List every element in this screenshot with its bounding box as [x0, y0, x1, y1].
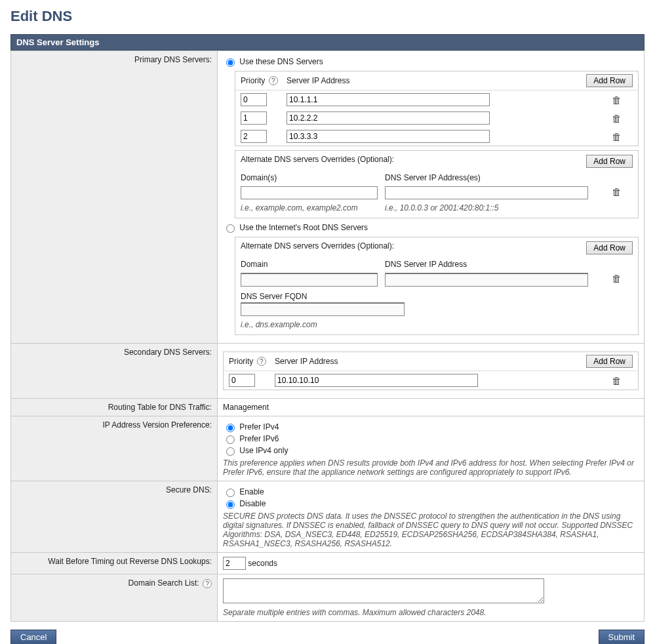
- ipver-note: This preference applies when DNS results…: [223, 458, 639, 477]
- panel-header: DNS Server Settings: [10, 34, 645, 50]
- radio-disable-secdns[interactable]: [226, 500, 235, 509]
- help-icon[interactable]: ?: [257, 357, 266, 366]
- alt1-col-ip-label: DNS Server IP Address(es): [385, 173, 600, 182]
- radio-prefer-ipv6[interactable]: [226, 435, 235, 444]
- alt2-overrides-title: Alternate DNS servers Overrides (Optiona…: [241, 241, 580, 254]
- alt2-fqdn-input[interactable]: [241, 302, 405, 316]
- radio-prefer-ipv4[interactable]: [226, 424, 235, 432]
- radio-use-these-dns[interactable]: [226, 58, 235, 67]
- delete-icon[interactable]: 🗑: [612, 375, 622, 386]
- label-secondary-dns: Secondary DNS Servers:: [11, 344, 218, 399]
- radio-use-ipv4-only-label: Use IPv4 only: [239, 446, 288, 455]
- priority-input[interactable]: [241, 93, 267, 106]
- priority-input[interactable]: [241, 111, 267, 125]
- primary-dns-row: 🗑: [235, 109, 638, 127]
- alt2-col-ip-label: DNS Server IP Address: [385, 260, 600, 269]
- alt1-hint-domain: i.e., example.com, example2.com: [241, 203, 385, 212]
- th-server-ip: Server IP Address: [275, 357, 580, 366]
- timeout-input[interactable]: [223, 557, 246, 570]
- alt1-col-domain-label: Domain(s): [241, 173, 385, 182]
- label-primary-dns: Primary DNS Servers:: [11, 51, 218, 344]
- delete-icon[interactable]: 🗑: [612, 113, 622, 124]
- label-search-list: Domain Search List: ?: [11, 574, 218, 622]
- alt2-hint-fqdn: i.e., dns.example.com: [241, 320, 385, 329]
- add-row-alt1-button[interactable]: Add Row: [586, 155, 633, 168]
- server-ip-input[interactable]: [287, 93, 490, 106]
- radio-enable-secdns-label: Enable: [239, 487, 264, 496]
- add-row-alt2-button[interactable]: Add Row: [586, 241, 633, 254]
- radio-use-these-dns-label: Use these DNS Servers: [239, 57, 323, 66]
- alt2-col-fqdn-label: DNS Server FQDN: [241, 292, 633, 301]
- th-server-ip: Server IP Address: [287, 76, 580, 85]
- priority-input[interactable]: [229, 374, 255, 387]
- secondary-dns-list: Priority ? Server IP Address Add Row 🗑: [223, 352, 639, 390]
- alt-dns-box-1: Alternate DNS servers Overrides (Optiona…: [235, 150, 639, 218]
- delete-icon[interactable]: 🗑: [612, 186, 622, 197]
- alt1-domain-input[interactable]: [241, 186, 378, 199]
- radio-prefer-ipv6-label: Prefer IPv6: [239, 434, 279, 443]
- primary-dns-row: 🗑: [235, 127, 638, 146]
- alt2-ip-input[interactable]: [385, 273, 588, 287]
- secondary-dns-row: 🗑: [224, 371, 638, 390]
- server-ip-input[interactable]: [275, 374, 478, 387]
- label-ipver: IP Address Version Preference:: [11, 416, 218, 481]
- search-list-note: Separate multiple entries with commas. M…: [223, 608, 639, 617]
- alt-overrides-title: Alternate DNS servers Overrides (Optiona…: [241, 155, 580, 168]
- settings-table: Primary DNS Servers: Use these DNS Serve…: [10, 50, 645, 622]
- th-priority: Priority: [241, 76, 265, 85]
- radio-enable-secdns[interactable]: [226, 489, 235, 497]
- alt2-domain-input[interactable]: [241, 273, 378, 287]
- primary-dns-list: Priority ? Server IP Address Add Row 🗑 🗑: [235, 71, 639, 146]
- domain-search-textarea[interactable]: [223, 578, 544, 603]
- th-priority: Priority: [229, 357, 253, 366]
- radio-disable-secdns-label: Disable: [239, 499, 266, 508]
- secdns-note: SECURE DNS protects DNS data. It uses th…: [223, 512, 639, 548]
- routing-table-value: Management: [218, 399, 645, 416]
- alt1-hint-ip: i.e., 10.0.0.3 or 2001:420:80:1::5: [385, 203, 633, 212]
- delete-icon[interactable]: 🗑: [612, 94, 622, 106]
- radio-use-root-dns-label: Use the Internet's Root DNS Servers: [239, 223, 368, 232]
- alt-dns-box-2: Alternate DNS servers Overrides (Optiona…: [235, 237, 639, 335]
- priority-input[interactable]: [241, 130, 267, 143]
- delete-icon[interactable]: 🗑: [612, 131, 622, 142]
- add-row-secondary-button[interactable]: Add Row: [586, 355, 633, 368]
- cancel-button[interactable]: Cancel: [10, 630, 56, 644]
- delete-icon[interactable]: 🗑: [612, 273, 622, 284]
- primary-dns-row: 🗑: [235, 91, 638, 109]
- radio-use-ipv4-only[interactable]: [226, 447, 235, 456]
- page-title: Edit DNS: [10, 8, 645, 25]
- radio-use-root-dns[interactable]: [226, 224, 235, 233]
- help-icon[interactable]: ?: [269, 76, 278, 85]
- label-secure-dns: Secure DNS:: [11, 481, 218, 553]
- add-row-primary-button[interactable]: Add Row: [586, 74, 633, 87]
- radio-prefer-ipv4-label: Prefer IPv4: [239, 422, 279, 432]
- server-ip-input[interactable]: [287, 111, 490, 125]
- alt1-ip-input[interactable]: [385, 186, 588, 199]
- help-icon[interactable]: ?: [203, 579, 212, 588]
- label-timeout: Wait Before Timing out Reverse DNS Looku…: [11, 553, 218, 574]
- alt2-col-domain-label: Domain: [241, 260, 385, 269]
- timeout-unit: seconds: [248, 559, 277, 568]
- label-routing: Routing Table for DNS Traffic:: [11, 399, 218, 416]
- submit-button[interactable]: Submit: [599, 630, 645, 644]
- server-ip-input[interactable]: [287, 130, 490, 143]
